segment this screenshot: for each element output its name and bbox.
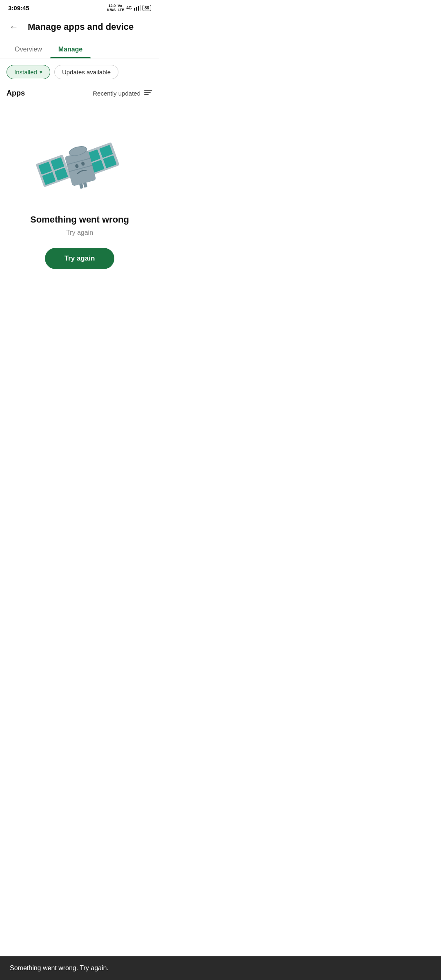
speed-indicator: 12.0KB/S	[107, 4, 116, 12]
battery-indicator: 86	[143, 5, 151, 11]
back-button[interactable]: ←	[7, 20, 21, 34]
volte-indicator: VoLTE	[118, 4, 124, 12]
error-state: Something went wrong Try again Try again	[0, 104, 159, 281]
page-title: Manage apps and device	[28, 22, 134, 32]
try-again-button[interactable]: Try again	[45, 248, 115, 269]
svg-rect-1	[136, 7, 137, 11]
svg-rect-0	[134, 8, 135, 11]
svg-rect-23	[83, 182, 87, 188]
status-time: 3:09:45	[8, 4, 29, 11]
status-bar: 3:09:45 12.0KB/S VoLTE 4G 86	[0, 0, 159, 15]
status-icons: 12.0KB/S VoLTE 4G 86	[107, 4, 151, 12]
page-header: ← Manage apps and device	[0, 15, 159, 41]
filter-row: Installed ▾ Updates available	[0, 58, 159, 86]
signal-4g: 4G	[127, 6, 132, 10]
error-subtitle: Try again	[66, 229, 93, 236]
svg-rect-2	[138, 6, 139, 11]
installed-dropdown-icon: ▾	[40, 69, 42, 75]
svg-rect-3	[140, 5, 141, 11]
filter-installed[interactable]: Installed ▾	[7, 65, 50, 79]
error-title: Something went wrong	[30, 214, 129, 225]
sort-button[interactable]: Recently updated	[93, 89, 153, 98]
sort-icon	[144, 89, 153, 98]
error-illustration	[35, 120, 125, 202]
filter-updates-available[interactable]: Updates available	[54, 65, 118, 79]
signal-bars	[134, 5, 141, 11]
tab-manage[interactable]: Manage	[50, 41, 91, 58]
svg-rect-22	[79, 183, 84, 189]
tab-bar: Overview Manage	[0, 41, 159, 58]
sort-label: Recently updated	[93, 90, 140, 97]
back-arrow-icon: ←	[9, 22, 18, 32]
tab-overview[interactable]: Overview	[7, 41, 50, 58]
apps-label: Apps	[7, 89, 25, 98]
apps-section-header: Apps Recently updated	[0, 86, 159, 104]
